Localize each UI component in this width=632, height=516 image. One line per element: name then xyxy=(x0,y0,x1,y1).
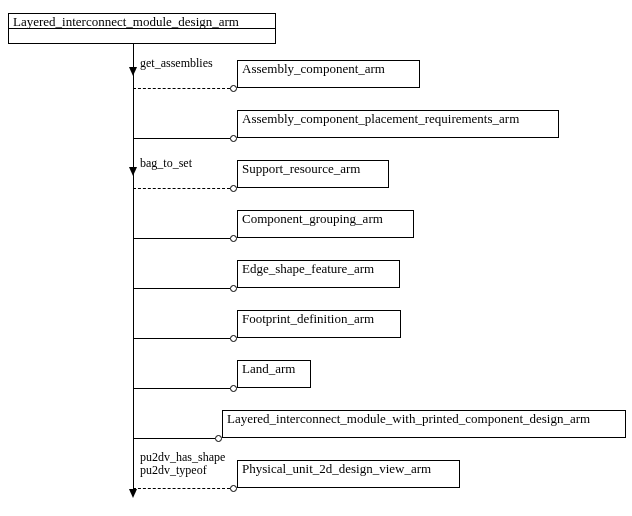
edge-arrowhead-icon xyxy=(129,67,137,76)
connector-line xyxy=(133,138,230,139)
child-node-edge-shape-feature: Edge_shape_feature_arm xyxy=(237,260,400,288)
connector-socket-icon xyxy=(230,285,237,292)
connector-socket-icon xyxy=(230,135,237,142)
edge-label-pu2dv-has-shape: pu2dv_has_shape xyxy=(140,451,225,464)
child-label: Physical_unit_2d_design_view_arm xyxy=(242,462,431,475)
child-node-footprint-definition: Footprint_definition_arm xyxy=(237,310,401,338)
edge-label-get-assemblies: get_assemblies xyxy=(140,57,213,70)
connector-line xyxy=(133,288,230,289)
connector-socket-icon xyxy=(230,185,237,192)
child-node-assembly-component-placement-requirements: Assembly_component_placement_requirement… xyxy=(237,110,559,138)
child-node-component-grouping: Component_grouping_arm xyxy=(237,210,414,238)
connector-socket-icon xyxy=(230,485,237,492)
connector-tick xyxy=(133,430,134,438)
root-schema-body xyxy=(8,28,276,44)
connector-line xyxy=(133,438,215,439)
connector-line xyxy=(133,388,230,389)
edge-label-bag-to-set: bag_to_set xyxy=(140,157,192,170)
connector-line xyxy=(133,188,230,189)
trunk-line xyxy=(133,44,134,496)
child-label: Layered_interconnect_module_with_printed… xyxy=(227,412,590,425)
connector-socket-icon xyxy=(230,335,237,342)
connector-line xyxy=(133,338,230,339)
connector-tick xyxy=(133,280,134,288)
child-label: Support_resource_arm xyxy=(242,162,360,175)
connector-socket-icon xyxy=(215,435,222,442)
edge-arrowhead-icon xyxy=(129,167,137,176)
connector-line xyxy=(133,238,230,239)
edge-label-pu2dv-typeof: pu2dv_typeof xyxy=(140,464,207,477)
child-node-physical-unit-2d-design-view: Physical_unit_2d_design_view_arm xyxy=(237,460,460,488)
root-schema-title: Layered_interconnect_module_design_arm xyxy=(8,13,276,29)
connector-tick xyxy=(133,480,134,488)
child-label: Edge_shape_feature_arm xyxy=(242,262,374,275)
connector-line xyxy=(133,488,230,489)
child-label: Assembly_component_arm xyxy=(242,62,385,75)
connector-socket-icon xyxy=(230,85,237,92)
connector-tick xyxy=(133,80,134,88)
child-label: Assembly_component_placement_requirement… xyxy=(242,112,519,125)
child-node-land: Land_arm xyxy=(237,360,311,388)
connector-tick xyxy=(133,380,134,388)
connector-tick xyxy=(133,130,134,138)
child-node-support-resource: Support_resource_arm xyxy=(237,160,389,188)
child-node-assembly-component: Assembly_component_arm xyxy=(237,60,420,88)
connector-socket-icon xyxy=(230,385,237,392)
child-label: Component_grouping_arm xyxy=(242,212,383,225)
connector-line xyxy=(133,88,230,89)
trunk-arrowhead-icon xyxy=(129,489,137,498)
child-label: Footprint_definition_arm xyxy=(242,312,374,325)
child-node-layered-interconnect-module-with-printed-component-design: Layered_interconnect_module_with_printed… xyxy=(222,410,626,438)
connector-tick xyxy=(133,330,134,338)
connector-socket-icon xyxy=(230,235,237,242)
connector-tick xyxy=(133,230,134,238)
connector-tick xyxy=(133,180,134,188)
child-label: Land_arm xyxy=(242,362,295,375)
